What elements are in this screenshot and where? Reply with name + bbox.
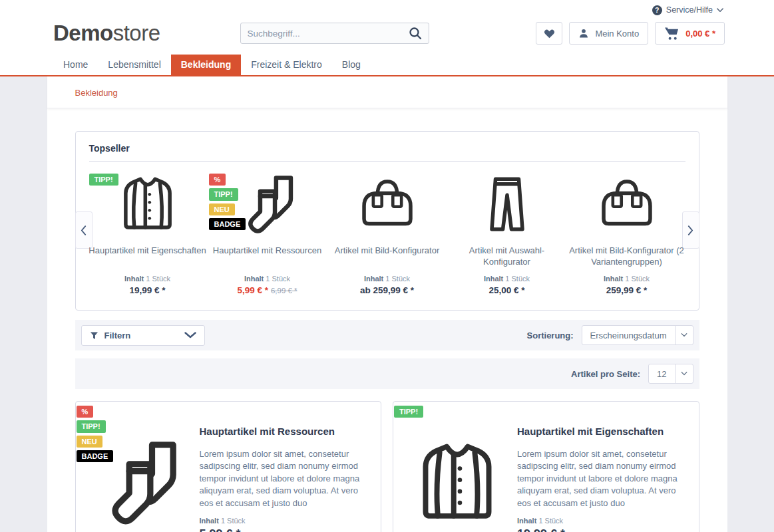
- logo-bold-text: Demo: [53, 21, 113, 45]
- topbar: ? Service/Hilfe: [0, 0, 774, 16]
- topseller-product-2[interactable]: % TIPP! NEU BADGE Hauptartikel mit Resso…: [208, 172, 327, 295]
- chevron-down-icon: [675, 326, 693, 344]
- product-content: Inhalt 1 Stück: [88, 275, 208, 283]
- account-button[interactable]: Mein Konto: [569, 22, 648, 45]
- custom-badge: BADGE: [209, 218, 246, 230]
- cart-icon: [664, 27, 679, 41]
- header-actions: Mein Konto 0,00 € *: [536, 22, 725, 45]
- product-name[interactable]: Artikel mit Bild-Konfigurator: [327, 245, 447, 268]
- product-card-ressourcen: % TIPP! NEU BADGE Hauptartikel mit Resso…: [75, 401, 382, 532]
- product-name[interactable]: Artikel mit Bild-Konfigurator (2 Variant…: [567, 245, 687, 268]
- product-name[interactable]: Hauptartikel mit Ressourcen: [208, 245, 327, 268]
- sort-label: Sortierung:: [527, 331, 574, 340]
- pants-icon: [447, 172, 567, 237]
- card-body: Hauptartikel mit Ressourcen Lorem ipsum …: [200, 418, 367, 532]
- badge-list: TIPP!: [89, 174, 118, 186]
- sort-select[interactable]: Erscheinungsdatum: [582, 325, 693, 345]
- nav-item-bekleidung[interactable]: Bekleidung: [171, 55, 241, 75]
- heart-icon: [544, 29, 555, 39]
- new-badge: NEU: [77, 436, 102, 448]
- main-nav: Home Lebensmittel Bekleidung Freizeit & …: [0, 55, 774, 76]
- search-input[interactable]: [248, 29, 409, 39]
- filter-sort-bar: Filtern Sortierung: Erscheinungsdatum: [75, 320, 699, 350]
- product-price: ab 259,99 € *: [327, 285, 447, 295]
- nav-item-freizeit-elektro[interactable]: Freizeit & Elektro: [241, 55, 332, 75]
- chevron-left-icon: [81, 225, 87, 235]
- breadcrumb: Bekleidung: [47, 76, 727, 108]
- chevron-down-icon: [717, 8, 723, 13]
- site-header: ? Service/Hilfe Demostore Mein Konto: [0, 0, 774, 76]
- search-icon[interactable]: [409, 27, 422, 40]
- product-content: Inhalt 1 Stück: [327, 275, 447, 283]
- nav-item-home[interactable]: Home: [53, 55, 98, 75]
- nav-item-lebensmittel[interactable]: Lebensmittel: [98, 55, 170, 75]
- topseller-product-1[interactable]: TIPP! Hauptartikel mit Eigenschaften Inh…: [88, 172, 208, 295]
- shirt-icon[interactable]: [401, 418, 513, 532]
- product-description: Lorem ipsum dolor sit amet, consetetur s…: [200, 448, 367, 509]
- topseller-panel: Topseller TIPP! Hauptartikel mit Eigensc…: [75, 131, 699, 311]
- product-title[interactable]: Hauptartikel mit Ressourcen: [200, 426, 367, 437]
- product-title[interactable]: Hauptartikel mit Eigenschaften: [517, 426, 684, 437]
- topseller-product-3[interactable]: Artikel mit Bild-Konfigurator Inhalt 1 S…: [327, 172, 447, 295]
- per-page-label: Artikel pro Seite:: [571, 369, 640, 379]
- discount-badge: %: [77, 406, 94, 418]
- per-page-bar: Artikel pro Seite: 12: [75, 358, 699, 389]
- user-icon: [578, 28, 589, 39]
- topseller-title: Topseller: [89, 143, 685, 162]
- nav-item-blog[interactable]: Blog: [332, 55, 371, 75]
- wishlist-button[interactable]: [536, 22, 562, 45]
- product-content: Inhalt 1 Stück: [200, 517, 367, 525]
- product-content: Inhalt 1 Stück: [447, 275, 567, 283]
- sort-select-value: Erscheinungsdatum: [582, 326, 675, 344]
- per-page-select[interactable]: 12: [648, 364, 693, 384]
- product-price: 259,99 € *: [567, 285, 687, 295]
- tip-badge: TIPP!: [89, 174, 118, 186]
- page: ? Service/Hilfe Demostore Mein Konto: [0, 0, 774, 532]
- badge-list: TIPP!: [394, 406, 423, 418]
- content-area: Topseller TIPP! Hauptartikel mit Eigensc…: [47, 108, 727, 532]
- product-name[interactable]: Artikel mit Auswahl-Konfigurator: [447, 245, 567, 268]
- product-price: 5,99 € *6,99 € *: [208, 285, 327, 295]
- product-price: 5,99 € *6,99 € *: [200, 527, 367, 532]
- tip-badge: TIPP!: [77, 420, 106, 432]
- badge-list: % TIPP! NEU BADGE: [209, 174, 246, 230]
- chevron-down-icon: [184, 332, 196, 338]
- cart-button[interactable]: 0,00 € *: [655, 22, 725, 45]
- old-price: 6,99 € *: [271, 287, 297, 295]
- filter-funnel-icon: [90, 331, 98, 340]
- chevron-down-icon: [675, 364, 693, 383]
- product-card-eigenschaften: TIPP! Hauptartikel mit Eigenschaften Lor…: [393, 401, 699, 532]
- topseller-product-4[interactable]: Artikel mit Auswahl-Konfigurator Inhalt …: [447, 172, 567, 295]
- bag-icon: [567, 172, 687, 237]
- topseller-carousel: TIPP! Hauptartikel mit Eigenschaften Inh…: [76, 162, 699, 295]
- new-badge: NEU: [209, 203, 235, 215]
- service-help-link[interactable]: Service/Hilfe: [666, 5, 713, 15]
- store-logo[interactable]: Demostore: [53, 21, 160, 46]
- logo-light-text: store: [113, 21, 160, 45]
- question-circle-icon: ?: [652, 5, 662, 15]
- account-label: Mein Konto: [595, 29, 639, 39]
- filter-label: Filtern: [104, 331, 131, 340]
- chevron-right-icon: [687, 225, 693, 235]
- filter-button[interactable]: Filtern: [81, 325, 205, 346]
- bag-icon: [327, 172, 447, 237]
- topseller-product-5[interactable]: Artikel mit Bild-Konfigurator (2 Variant…: [567, 172, 687, 295]
- product-content: Inhalt 1 Stück: [567, 275, 687, 283]
- product-name[interactable]: Hauptartikel mit Eigenschaften: [88, 245, 208, 268]
- sort-group: Sortierung: Erscheinungsdatum: [527, 325, 693, 345]
- breadcrumb-item-bekleidung[interactable]: Bekleidung: [75, 88, 118, 98]
- product-description: Lorem ipsum dolor sit amet, consetetur s…: [517, 448, 684, 509]
- product-content: Inhalt 1 Stück: [517, 517, 684, 525]
- discount-badge: %: [209, 174, 226, 186]
- product-content: Inhalt 1 Stück: [208, 275, 327, 283]
- product-price: 19,99 € *: [88, 285, 208, 295]
- badge-list: % TIPP! NEU BADGE: [77, 406, 114, 462]
- main-container: Bekleidung Topseller TIPP!: [47, 76, 727, 532]
- search-box: [240, 23, 429, 44]
- per-page-select-value: 12: [649, 364, 674, 383]
- product-price: 19,99 € *: [517, 527, 684, 532]
- header-main: Demostore Mein Konto 0,00 € *: [0, 16, 774, 55]
- tip-badge: TIPP!: [394, 406, 423, 418]
- product-price: 25,00 € *: [447, 285, 567, 295]
- tip-badge: TIPP!: [209, 188, 238, 200]
